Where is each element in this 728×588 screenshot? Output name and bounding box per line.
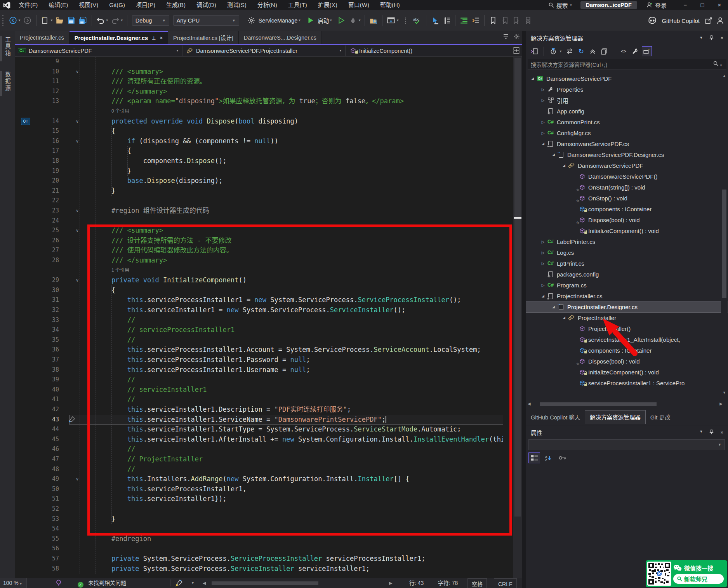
menu-item-8[interactable]: 分析(N): [252, 0, 283, 10]
toggle-bookmark-icon[interactable]: [488, 15, 498, 26]
code-line-43[interactable]: 43 this.serviceInstaller1.ServiceName = …: [15, 415, 513, 425]
code-line-29[interactable]: 29∨ private void InitializeComponent(): [15, 275, 513, 285]
code-line-27[interactable]: 27 /// 使用代码编辑器修改此方法的内容。: [15, 245, 513, 256]
share-icon[interactable]: [705, 17, 712, 24]
solution-explorer-search[interactable]: 搜索解决方案资源管理器(Ctrl+;) ▼: [528, 59, 726, 70]
menu-item-2[interactable]: 视图(V): [73, 0, 104, 10]
code-line-20[interactable]: 20 base.Dispose(disposing);: [15, 176, 513, 186]
property-pages-key-icon[interactable]: [556, 452, 568, 463]
tree-row-components-icontainer[interactable]: components : IContainer: [526, 345, 728, 356]
preview-selected-items-icon[interactable]: [642, 46, 652, 56]
code-line-54[interactable]: 54: [15, 524, 513, 534]
new-project-button[interactable]: [40, 15, 50, 26]
code-line-18[interactable]: 18 components.Dispose();: [15, 156, 513, 166]
tree-row-onstart-string-void[interactable]: ☆OnStart(string[]) : void: [526, 182, 728, 193]
expand-icon[interactable]: ▷: [540, 87, 546, 92]
tree-vertical-scrollbar[interactable]: ▲ ▼: [721, 73, 728, 395]
menu-item-0[interactable]: 文件(F): [13, 0, 43, 10]
close-icon[interactable]: ×: [720, 430, 723, 435]
code-line-15[interactable]: 15 {: [15, 126, 513, 136]
chevron-down-icon[interactable]: ▼: [120, 19, 123, 22]
pin-icon[interactable]: ⊣: [151, 36, 157, 40]
document-tab-3[interactable]: DamsonwareS....Designer.cs: [239, 31, 322, 44]
collapse-icon[interactable]: ◢: [550, 153, 557, 157]
code-line-40[interactable]: 40 // serviceInstaller1: [15, 385, 513, 395]
code-line-12[interactable]: 12 /// </summary>: [15, 87, 513, 97]
tree-row-projectinstaller-[interactable]: ProjectInstaller(): [526, 323, 728, 334]
tree-row-projectinstaller-designer-cs[interactable]: ◢→ProjectInstaller.Designer.cs: [526, 301, 728, 312]
code-line-31[interactable]: 31 this.serviceProcessInstaller1 = new S…: [15, 295, 513, 305]
github-copilot-icon[interactable]: [648, 16, 657, 25]
start-debug-button[interactable]: [306, 15, 316, 26]
code-line-58[interactable]: 58 private System.ServiceProcess.Service…: [15, 564, 513, 574]
sign-in-button[interactable]: 登录: [646, 1, 667, 9]
chevron-down-icon[interactable]: ▼: [50, 19, 53, 22]
zoom-level-dropdown[interactable]: 100 % ▼: [0, 578, 27, 588]
collapse-all-icon[interactable]: [588, 46, 598, 56]
selection-cursor-icon[interactable]: [430, 15, 440, 26]
code-line-10[interactable]: 10∨ /// <summary>: [15, 67, 513, 77]
tree-row-components-icontainer[interactable]: components : IContainer: [526, 204, 728, 214]
toolbox-vertical-tab[interactable]: 工具箱: [3, 37, 12, 57]
chevron-down-icon[interactable]: ▼: [298, 19, 301, 22]
document-tab-2[interactable]: ProjectInstaller.cs [设计]: [168, 31, 239, 44]
space-indent-indicator[interactable]: 空格: [467, 578, 487, 588]
panel-splitter[interactable]: [522, 31, 526, 588]
tree-row-damsonwareservicepdf[interactable]: ◢C#DamsonwareServicePDF: [526, 73, 728, 84]
save-button[interactable]: [66, 15, 76, 26]
hot-reload-button[interactable]: [348, 15, 358, 26]
code-line-38[interactable]: 38 this.serviceProcessInstaller1.Usernam…: [15, 365, 513, 375]
menu-item-6[interactable]: 调试(D): [191, 0, 222, 10]
tree-row-program-cs[interactable]: ▷C#Program.cs: [526, 280, 728, 291]
tool-window-tab-2[interactable]: Git 更改: [646, 411, 675, 424]
tree-row-initializecomponent-void[interactable]: InitializeComponent() : void: [526, 367, 728, 378]
view-code-icon[interactable]: <>: [619, 46, 629, 56]
navigate-back-button[interactable]: [8, 15, 18, 26]
code-line-23[interactable]: 23∨ #region 组件设计器生成的代码: [15, 206, 513, 216]
collapse-icon[interactable]: ◢: [529, 77, 536, 80]
code-line-53[interactable]: 53 }: [15, 514, 513, 524]
tree-row-damsonwareservicepdf-cs[interactable]: ◢DamsonwareServicePDF.cs: [526, 138, 728, 149]
code-line-25[interactable]: 25∨ /// <summary>: [15, 226, 513, 236]
undo-button[interactable]: [96, 15, 106, 26]
expand-icon[interactable]: ▷: [540, 240, 546, 244]
properties-object-dropdown[interactable]: ▼: [528, 439, 725, 450]
tree-row-onstop-void[interactable]: ☆OnStop() : void: [526, 193, 728, 204]
scrollbar-thumb[interactable]: [722, 190, 726, 298]
chevron-down-icon[interactable]: ▼: [358, 19, 361, 22]
column-guides-icon[interactable]: [401, 15, 411, 26]
properties-wrench-icon[interactable]: [630, 46, 640, 56]
code-editor[interactable]: 910∨ /// <summary>11 /// 清理所有正在使用的资源。12 …: [15, 57, 522, 578]
tree-row-app-config[interactable]: App.config: [526, 106, 728, 117]
tab-settings-gear-icon[interactable]: [514, 33, 520, 40]
code-line-46[interactable]: 46 //: [15, 444, 513, 454]
collapse-icon[interactable]: ◢: [540, 142, 546, 146]
code-line-44[interactable]: 44 this.serviceInstaller1.StartType = Sy…: [15, 424, 513, 435]
tree-row-serviceinstaller1-afterinstall-object-[interactable]: serviceInstaller1_AfterInstall(object,: [526, 334, 728, 345]
split-editor-icon[interactable]: [513, 47, 520, 56]
scroll-left-icon[interactable]: ◀: [528, 402, 531, 406]
pin-icon[interactable]: [709, 35, 714, 40]
tree-row-dispose-bool-void[interactable]: ☆Dispose(bool) : void: [526, 356, 728, 367]
scroll-down-icon[interactable]: ▼: [721, 391, 728, 395]
refresh-icon[interactable]: ↻: [576, 46, 586, 56]
editor-horizontal-scrollbar[interactable]: [212, 581, 318, 585]
chevron-down-icon[interactable]: ▼: [699, 36, 703, 40]
tree-row-serviceprocessinstaller1-servicepro[interactable]: serviceProcessInstaller1 : ServicePro: [526, 378, 728, 388]
indent-increase-icon[interactable]: [471, 15, 481, 26]
scrollbar-thumb[interactable]: [540, 402, 657, 406]
scrollbar-thumb[interactable]: [514, 58, 521, 517]
code-line-41[interactable]: 41 //: [15, 395, 513, 405]
line-ending-indicator[interactable]: CRLF: [494, 578, 517, 588]
chevron-down-icon[interactable]: ▼: [396, 19, 399, 22]
user-icon[interactable]: [716, 17, 724, 24]
code-line-28[interactable]: 28 /// </summary>: [15, 256, 513, 266]
expand-icon[interactable]: ▷: [540, 251, 546, 255]
scrollbar-split-handle[interactable]: [514, 217, 521, 219]
code-line-13[interactable]: 13 /// <param name="disposing">如果应释放托管资源…: [15, 96, 513, 106]
reference-pin-icon[interactable]: O↑: [21, 118, 30, 125]
previous-bookmark-icon[interactable]: [500, 15, 510, 26]
close-icon[interactable]: ×: [160, 35, 163, 41]
active-files-dropdown-icon[interactable]: [503, 33, 509, 40]
startup-profile-label[interactable]: ServiceManage: [259, 17, 298, 24]
